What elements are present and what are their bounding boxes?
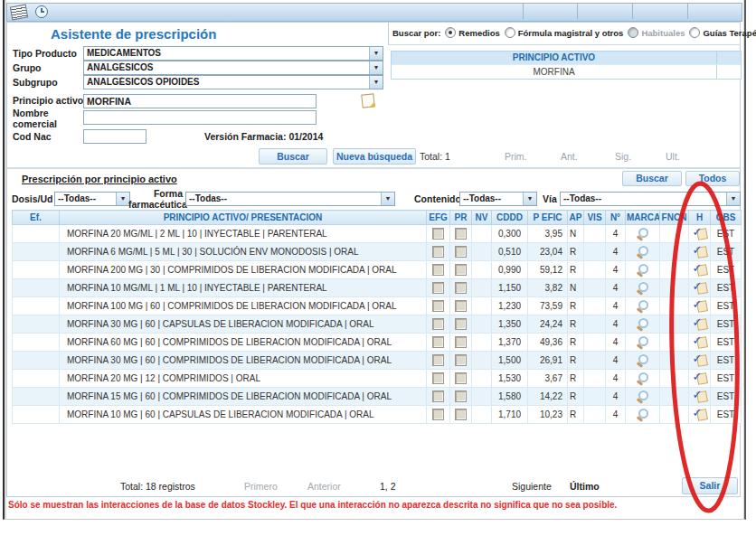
table-row[interactable]: MORFINA 10 MG | 60 | CAPSULAS DE LIBERAC… <box>13 406 742 424</box>
h-edit-icon[interactable] <box>693 354 707 366</box>
pr-checkbox[interactable] <box>455 318 467 330</box>
efg-checkbox[interactable] <box>432 318 444 330</box>
notes-icon[interactable] <box>10 5 28 21</box>
table-row[interactable]: MORFINA 30 MG | 60 | CAPSULAS DE LIBERAC… <box>13 315 742 334</box>
presentation-cell[interactable]: MORFINA 10 MG/ML | 1 ML | 10 | INYECTABL… <box>60 279 427 297</box>
h-edit-icon[interactable] <box>693 264 707 276</box>
h-edit-icon[interactable] <box>693 409 707 420</box>
table-row[interactable]: MORFINA 6 MG/ML | 5 ML | 30 | SOLUCIÓN E… <box>13 243 742 261</box>
salir-button[interactable]: Salir <box>682 477 738 494</box>
presentation-cell[interactable]: MORFINA 10 MG | 60 | CAPSULAS DE LIBERAC… <box>60 406 427 424</box>
chevron-down-icon[interactable]: ▼ <box>726 193 740 205</box>
pagination-pages[interactable]: 1, 2 <box>380 481 396 492</box>
pr-checkbox[interactable] <box>455 390 467 402</box>
h-edit-icon[interactable] <box>693 246 707 258</box>
forma-farmaceutica-select[interactable]: --Todas-- ▼ <box>185 192 395 206</box>
marca-search-icon[interactable] <box>637 282 649 295</box>
efg-checkbox[interactable] <box>432 300 444 312</box>
pagination-ultimo[interactable]: Último <box>570 481 600 492</box>
marca-search-icon[interactable] <box>637 228 649 240</box>
radio-guias-terapeuticas[interactable]: Guías Terapéuticas <box>689 27 756 38</box>
pr-checkbox[interactable] <box>455 372 467 384</box>
presentation-cell[interactable]: MORFINA 100 MG | 60 | COMPRIMIDOS DE LIB… <box>60 297 427 315</box>
principio-activo-input[interactable] <box>83 94 317 108</box>
efg-checkbox[interactable] <box>432 372 444 384</box>
efg-checkbox[interactable] <box>432 228 444 240</box>
pr-checkbox[interactable] <box>455 282 467 294</box>
buscar-table-button[interactable]: Buscar <box>622 171 682 186</box>
subgrupo-select[interactable]: ANALGÉSICOS OPIOIDES ▼ <box>83 75 383 89</box>
tipo-producto-select[interactable]: MEDICAMENTOS ▼ <box>83 46 383 61</box>
nueva-busqueda-button[interactable]: Nueva búsqueda <box>333 148 416 165</box>
radio-formula-magistral[interactable]: Fórmula magistral y otros <box>505 27 624 38</box>
marca-search-icon[interactable] <box>637 318 649 331</box>
marca-search-icon[interactable] <box>637 246 649 259</box>
chevron-down-icon[interactable]: ▼ <box>381 193 394 205</box>
via-select[interactable]: --Todas-- ▼ <box>560 192 741 206</box>
clock-icon[interactable] <box>35 5 48 18</box>
marca-search-icon[interactable] <box>637 264 649 277</box>
table-row[interactable]: MORFINA 10 MG/ML | 1 ML | 10 | INYECTABL… <box>13 279 742 297</box>
pr-checkbox[interactable] <box>455 264 467 276</box>
table-row[interactable]: MORFINA 30 MG | 60 | COMPRIMIDOS DE LIBE… <box>13 352 742 370</box>
cod-nac-input[interactable] <box>83 129 146 144</box>
grupo-select[interactable]: ANALGÉSICOS ▼ <box>83 61 383 75</box>
h-edit-icon[interactable] <box>693 228 707 240</box>
presentation-cell[interactable]: MORFINA 30 MG | 60 | CAPSULAS DE LIBERAC… <box>60 315 427 334</box>
contenido-select[interactable]: --Todas-- ▼ <box>459 192 537 206</box>
table-row[interactable]: MORFINA 100 MG | 60 | COMPRIMIDOS DE LIB… <box>13 297 742 315</box>
pr-checkbox[interactable] <box>455 336 467 348</box>
chevron-down-icon[interactable]: ▼ <box>369 47 383 60</box>
table-row[interactable]: MORFINA 20 MG | 12 | COMPRIMIDOS | ORAL1… <box>13 370 742 388</box>
buscar-button[interactable]: Buscar <box>259 148 327 165</box>
table-row[interactable]: MORFINA 20 MG/ML | 2 ML | 10 | INYECTABL… <box>13 225 742 243</box>
pr-checkbox[interactable] <box>455 354 467 366</box>
chevron-down-icon[interactable]: ▼ <box>523 193 536 205</box>
dosis-ud-select[interactable]: --Todas-- ▼ <box>54 192 130 206</box>
todos-button[interactable]: Todos <box>685 171 740 186</box>
presentation-cell[interactable]: MORFINA 6 MG/ML | 5 ML | 30 | SOLUCIÓN E… <box>60 243 427 261</box>
efg-checkbox[interactable] <box>432 264 444 276</box>
pr-checkbox[interactable] <box>455 300 467 312</box>
document-icon[interactable] <box>361 93 374 108</box>
efg-checkbox[interactable] <box>432 246 444 258</box>
pagination-siguiente[interactable]: Siguiente <box>512 481 552 492</box>
presentation-cell[interactable]: MORFINA 20 MG/ML | 2 ML | 10 | INYECTABL… <box>60 225 427 243</box>
presentation-cell[interactable]: MORFINA 30 MG | 60 | COMPRIMIDOS DE LIBE… <box>60 352 427 370</box>
presentation-cell[interactable]: MORFINA 15 MG | 60 | COMPRIMIDOS DE LIBE… <box>60 388 427 406</box>
efg-checkbox[interactable] <box>432 409 444 420</box>
marca-search-icon[interactable] <box>637 300 649 313</box>
pr-checkbox[interactable] <box>455 409 467 420</box>
efg-checkbox[interactable] <box>432 390 444 402</box>
nombre-comercial-input[interactable] <box>83 110 317 125</box>
h-edit-icon[interactable] <box>693 372 707 384</box>
efg-checkbox[interactable] <box>432 336 444 348</box>
h-edit-icon[interactable] <box>693 300 707 312</box>
pr-checkbox[interactable] <box>455 228 467 240</box>
marca-search-icon[interactable] <box>637 336 649 349</box>
efg-checkbox[interactable] <box>432 354 444 366</box>
pr-checkbox[interactable] <box>455 246 467 258</box>
table-row[interactable]: MORFINA 200 MG | 30 | COMPRIMIDOS DE LIB… <box>13 261 742 279</box>
marca-search-icon[interactable] <box>637 354 649 367</box>
radio-remedios[interactable]: Remedios <box>445 27 499 38</box>
h-edit-icon[interactable] <box>693 336 707 348</box>
h-edit-icon[interactable] <box>693 318 707 330</box>
marca-search-icon[interactable] <box>637 409 649 421</box>
table-row[interactable]: MORFINA 15 MG | 60 | COMPRIMIDOS DE LIBE… <box>13 388 742 406</box>
efg-checkbox[interactable] <box>432 282 444 294</box>
presentation-cell[interactable]: MORFINA 60 MG | 60 | COMPRIMIDOS DE LIBE… <box>60 334 427 352</box>
table-cell <box>450 279 472 297</box>
marca-search-icon[interactable] <box>637 372 649 385</box>
chevron-down-icon[interactable]: ▼ <box>369 61 383 74</box>
table-row[interactable]: MORFINA 60 MG | 60 | COMPRIMIDOS DE LIBE… <box>13 334 742 352</box>
presentation-cell[interactable]: MORFINA 20 MG | 12 | COMPRIMIDOS | ORAL <box>60 370 427 388</box>
presentation-cell[interactable]: MORFINA 200 MG | 30 | COMPRIMIDOS DE LIB… <box>60 261 427 279</box>
chevron-down-icon[interactable]: ▼ <box>116 193 129 205</box>
marca-search-icon[interactable] <box>637 390 649 403</box>
cddd-value: 1,500 <box>492 352 528 370</box>
h-edit-icon[interactable] <box>693 390 707 402</box>
h-edit-icon[interactable] <box>693 282 707 294</box>
vis-cell <box>584 370 606 388</box>
chevron-down-icon[interactable]: ▼ <box>369 76 383 89</box>
